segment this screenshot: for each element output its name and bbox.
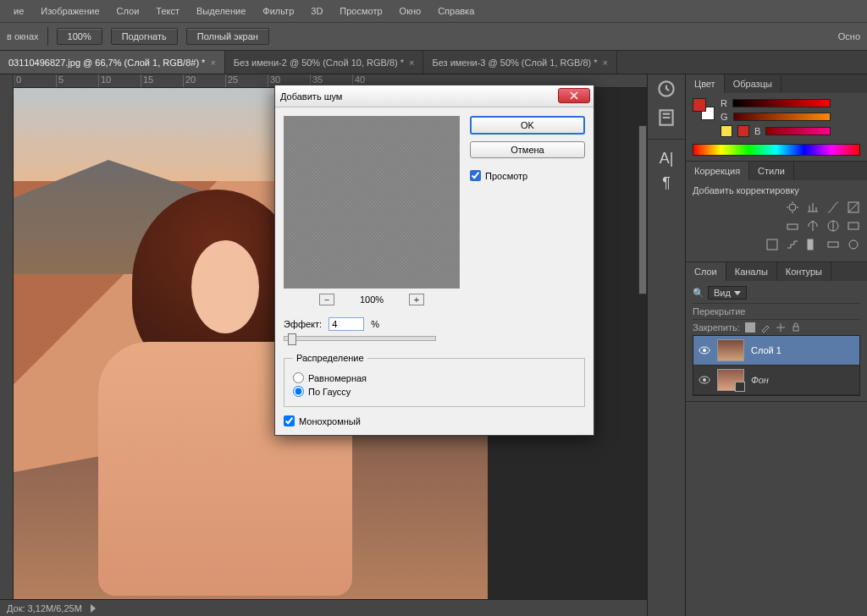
b-label: B bbox=[754, 126, 760, 136]
slider-knob[interactable] bbox=[288, 333, 296, 345]
svg-point-14 bbox=[703, 349, 706, 352]
workspace-switcher[interactable]: Осно bbox=[838, 31, 860, 41]
cancel-button[interactable]: Отмена bbox=[470, 141, 585, 158]
doc-size-label: Док: 3,12M/6,25M bbox=[7, 603, 82, 613]
close-icon[interactable]: × bbox=[603, 58, 608, 68]
b-slider[interactable] bbox=[765, 127, 831, 135]
fit-button[interactable]: Подогнать bbox=[111, 28, 178, 45]
exposure-icon[interactable] bbox=[847, 201, 860, 214]
menu-layers[interactable]: Слои bbox=[110, 3, 146, 19]
ruler-tick: 15 bbox=[141, 74, 183, 87]
lock-transparency-icon[interactable] bbox=[745, 322, 755, 333]
tab-channels[interactable]: Каналы bbox=[726, 262, 777, 281]
tab-swatches[interactable]: Образцы bbox=[725, 74, 781, 93]
uniform-radio[interactable] bbox=[293, 372, 304, 383]
tab-styles[interactable]: Стили bbox=[749, 162, 794, 180]
doc-tab-2[interactable]: Без имени-2 @ 50% (Слой 10, RGB/8) * × bbox=[225, 51, 424, 74]
menu-help[interactable]: Справка bbox=[431, 3, 481, 19]
threshold-icon[interactable] bbox=[806, 238, 820, 251]
color-swatches[interactable] bbox=[693, 98, 718, 124]
menu-3d[interactable]: 3D bbox=[304, 3, 329, 19]
selective-color-icon[interactable] bbox=[847, 238, 860, 251]
visibility-icon[interactable] bbox=[699, 344, 710, 356]
layer-name[interactable]: Слой 1 bbox=[751, 345, 781, 355]
photo-filter-icon[interactable] bbox=[847, 219, 860, 233]
menu-image-partial[interactable]: ие bbox=[7, 3, 30, 19]
curves-icon[interactable] bbox=[826, 201, 840, 214]
zoom-out-button[interactable]: − bbox=[319, 294, 334, 305]
menu-view[interactable]: Просмотр bbox=[333, 3, 389, 19]
g-slider[interactable] bbox=[733, 113, 831, 121]
dialog-buttons: OK Отмена Просмотр bbox=[470, 116, 585, 305]
svg-rect-4 bbox=[787, 224, 798, 229]
menu-select[interactable]: Выделение bbox=[190, 3, 252, 19]
collapsed-panel-strip: A| ¶ bbox=[647, 74, 686, 616]
visibility-icon[interactable] bbox=[699, 374, 710, 386]
search-icon[interactable]: 🔍 bbox=[693, 288, 704, 299]
amount-slider[interactable] bbox=[284, 336, 436, 341]
panel-layers: Слои Каналы Контуры 🔍 Вид Перекрытие Зак… bbox=[686, 262, 867, 402]
menu-window[interactable]: Окно bbox=[393, 3, 428, 19]
bw-icon[interactable] bbox=[826, 219, 840, 233]
layer-name[interactable]: Фон bbox=[751, 375, 769, 385]
fullscreen-button[interactable]: Полный экран bbox=[186, 28, 269, 45]
history-icon[interactable] bbox=[655, 78, 677, 100]
status-bar: Док: 3,12M/6,25M bbox=[0, 599, 647, 616]
character-icon[interactable]: A| bbox=[660, 150, 674, 168]
tab-color[interactable]: Цвет bbox=[686, 74, 725, 93]
lock-all-icon[interactable] bbox=[791, 322, 801, 333]
doc-tab-1[interactable]: 03110496827.jpg @ 66,7% (Слой 1, RGB/8#)… bbox=[0, 51, 225, 74]
ok-button[interactable]: OK bbox=[470, 116, 585, 135]
posterize-icon[interactable] bbox=[786, 238, 799, 251]
dialog-titlebar[interactable]: Добавить шум bbox=[275, 85, 594, 107]
layer-thumbnail[interactable] bbox=[717, 339, 744, 361]
lock-position-icon[interactable] bbox=[776, 322, 786, 333]
color-ramp[interactable] bbox=[693, 144, 860, 156]
close-icon[interactable]: × bbox=[210, 58, 215, 68]
r-slider[interactable] bbox=[732, 99, 831, 107]
balance-icon[interactable] bbox=[806, 219, 820, 233]
layer-row-2[interactable]: Фон bbox=[693, 366, 859, 395]
monochrome-checkbox[interactable] bbox=[284, 415, 295, 426]
layer-row-1[interactable]: Слой 1 bbox=[693, 336, 859, 366]
menu-image[interactable]: Изображение bbox=[34, 3, 106, 19]
svg-rect-6 bbox=[848, 223, 859, 229]
properties-icon[interactable] bbox=[655, 107, 677, 129]
scrollbar-vertical[interactable] bbox=[638, 125, 647, 294]
vibrance-icon[interactable] bbox=[786, 219, 799, 233]
invert-icon[interactable] bbox=[765, 238, 779, 251]
amount-input[interactable] bbox=[329, 317, 364, 331]
tab-adjustments[interactable]: Коррекция bbox=[686, 162, 749, 180]
layer-thumbnail[interactable] bbox=[717, 369, 744, 391]
lock-label: Закрепить: bbox=[693, 322, 740, 333]
gamut-warning-icon[interactable] bbox=[721, 125, 732, 137]
paragraph-icon[interactable]: ¶ bbox=[662, 174, 671, 192]
distribution-legend: Распределение bbox=[293, 353, 367, 363]
doc-tab-3[interactable]: Без имени-3 @ 50% (Слой 1, RGB/8) * × bbox=[423, 51, 617, 74]
layer-filter-row: 🔍 Вид bbox=[693, 286, 860, 300]
tab-layers[interactable]: Слои bbox=[686, 262, 726, 281]
lock-paint-icon[interactable] bbox=[760, 322, 770, 333]
foreground-swatch[interactable] bbox=[693, 98, 706, 112]
drop-label: Вид bbox=[714, 288, 731, 298]
zoom-percent-button[interactable]: 100% bbox=[57, 28, 102, 45]
adjustments-title: Добавить корректировку bbox=[693, 185, 860, 195]
zoom-in-button[interactable]: + bbox=[409, 294, 424, 305]
gradient-map-icon[interactable] bbox=[826, 238, 840, 251]
blend-mode-row[interactable]: Перекрытие bbox=[693, 303, 860, 319]
menu-text[interactable]: Текст bbox=[149, 3, 186, 19]
svg-rect-11 bbox=[745, 322, 755, 333]
tab-paths[interactable]: Контуры bbox=[777, 262, 831, 281]
gaussian-radio[interactable] bbox=[293, 386, 304, 397]
close-icon[interactable]: × bbox=[409, 58, 414, 68]
levels-icon[interactable] bbox=[806, 201, 820, 214]
filter-kind-dropdown[interactable]: Вид bbox=[708, 286, 747, 300]
preview-area: − 100% + bbox=[284, 116, 460, 305]
brightness-icon[interactable] bbox=[786, 201, 799, 214]
menu-filter[interactable]: Фильтр bbox=[256, 3, 301, 19]
preview-checkbox[interactable] bbox=[470, 170, 481, 181]
dialog-close-button[interactable] bbox=[558, 88, 590, 103]
status-menu-icon[interactable] bbox=[91, 604, 96, 613]
svg-point-10 bbox=[849, 240, 858, 249]
noise-preview[interactable] bbox=[284, 116, 460, 289]
